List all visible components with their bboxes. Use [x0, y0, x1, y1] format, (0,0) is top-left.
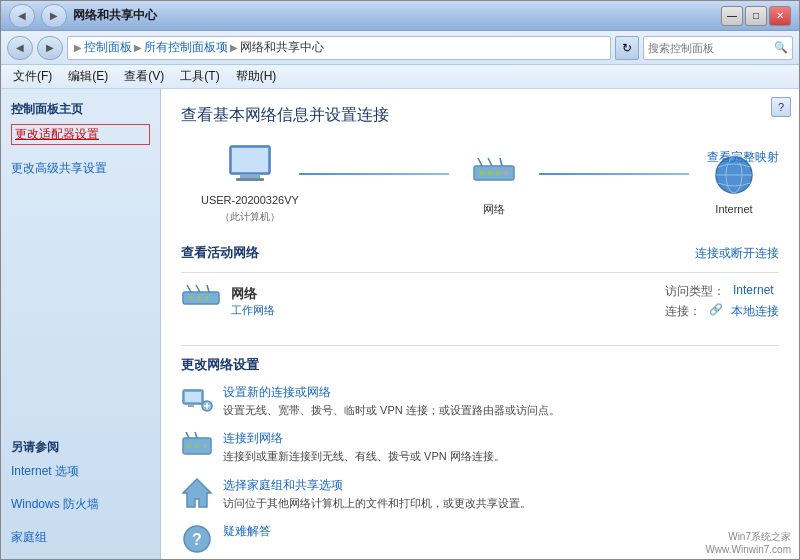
svg-point-16: [189, 296, 193, 300]
sidebar-link-homegroup[interactable]: 家庭组: [11, 528, 150, 547]
svg-rect-2: [240, 174, 260, 178]
svg-point-6: [487, 170, 492, 175]
homegroup-desc: 访问位于其他网络计算机上的文件和打印机，或更改共享设置。: [223, 496, 531, 511]
sidebar-section-main: 控制面板主页 更改适配器设置 更改高级共享设置: [11, 101, 150, 178]
breadcrumb-sep-1: ▶: [134, 42, 142, 53]
menu-help[interactable]: 帮助(H): [232, 66, 281, 87]
svg-point-5: [479, 170, 484, 175]
menu-edit[interactable]: 编辑(E): [64, 66, 112, 87]
settings-item-3: 选择家庭组和共享选项 访问位于其他网络计算机上的文件和打印机，或更改共享设置。: [181, 477, 779, 511]
maximize-button[interactable]: □: [745, 6, 767, 26]
setup-connection-desc: 设置无线、宽带、拨号、临时或 VPN 连接；或设置路由器或访问点。: [223, 403, 560, 418]
settings-item-2: 连接到网络 连接到或重新连接到无线、有线、拨号或 VPN 网络连接。: [181, 430, 779, 464]
computer-label: USER-20200326VY: [201, 194, 299, 206]
forward-button[interactable]: ▶: [41, 4, 67, 28]
nav-back-button[interactable]: ◀: [7, 36, 33, 60]
svg-rect-23: [185, 392, 201, 402]
svg-line-10: [488, 158, 492, 166]
search-input[interactable]: [648, 42, 772, 54]
main-window: ◀ ▶ 网络和共享中心 — □ ✕ ◀ ▶ ▶ 控制面板 ▶ 所有控制面板项 ▶…: [0, 0, 800, 560]
active-network-name: 网络: [231, 285, 275, 303]
sidebar-also-title: 另请参阅: [11, 439, 150, 456]
network-diagram: USER-20200326VY （此计算机）: [181, 142, 779, 224]
sidebar-link-sharing[interactable]: 更改高级共享设置: [11, 159, 150, 178]
svg-text:?: ?: [192, 531, 202, 548]
help-icon[interactable]: ?: [771, 97, 791, 117]
addressbar: ◀ ▶ ▶ 控制面板 ▶ 所有控制面板项 ▶ 网络和共享中心 ↻ 🔍: [1, 31, 799, 65]
svg-rect-3: [236, 178, 264, 181]
access-type-row: 访问类型： Internet: [665, 283, 779, 300]
setup-connection-icon: [181, 384, 213, 416]
breadcrumb-controlpanel[interactable]: 控制面板: [84, 39, 132, 56]
connection-value-link[interactable]: 本地连接: [731, 303, 779, 320]
svg-point-31: [203, 444, 207, 448]
svg-point-30: [195, 444, 199, 448]
active-network-title: 查看活动网络: [181, 244, 259, 262]
watermark-line2: Www.Winwin7.com: [705, 544, 791, 555]
svg-rect-1: [232, 148, 268, 172]
svg-point-29: [187, 444, 191, 448]
svg-line-11: [500, 158, 502, 166]
net-line-1: [299, 173, 449, 175]
connect-disconnect-link[interactable]: 连接或断开连接: [695, 245, 779, 262]
window-controls: — □ ✕: [721, 6, 791, 26]
homegroup-link[interactable]: 选择家庭组和共享选项: [223, 477, 531, 494]
connect-network-desc: 连接到或重新连接到无线、有线、拨号或 VPN 网络连接。: [223, 449, 505, 464]
homegroup-text: 选择家庭组和共享选项 访问位于其他网络计算机上的文件和打印机，或更改共享设置。: [223, 477, 531, 511]
sidebar-link-internet[interactable]: Internet 选项: [11, 462, 150, 481]
window-title: 网络和共享中心: [73, 7, 157, 24]
network-info-left: 网络 工作网络: [181, 281, 275, 321]
troubleshoot-link[interactable]: 疑难解答: [223, 523, 271, 540]
menubar: 文件(F) 编辑(E) 查看(V) 工具(T) 帮助(H): [1, 65, 799, 89]
setup-connection-text: 设置新的连接或网络 设置无线、宽带、拨号、临时或 VPN 连接；或设置路由器或访…: [223, 384, 560, 418]
breadcrumb-sep-2: ▶: [230, 42, 238, 53]
connect-network-icon: [181, 430, 213, 462]
net-node-network: 网络: [449, 150, 539, 217]
svg-line-9: [478, 158, 482, 166]
change-settings-title: 更改网络设置: [181, 345, 779, 374]
sidebar-link-firewall[interactable]: Windows 防火墙: [11, 495, 150, 514]
sidebar-main-title: 控制面板主页: [11, 101, 150, 118]
connection-label: 连接：: [665, 303, 701, 320]
titlebar: ◀ ▶ 网络和共享中心 — □ ✕: [1, 1, 799, 31]
view-full-map-link[interactable]: 查看完整映射: [707, 149, 779, 166]
network-name-block: 网络 工作网络: [231, 285, 275, 318]
breadcrumb-icon: ▶: [74, 42, 82, 53]
menu-file[interactable]: 文件(F): [9, 66, 56, 87]
settings-item-1: 设置新的连接或网络 设置无线、宽带、拨号、临时或 VPN 连接；或设置路由器或访…: [181, 384, 779, 418]
svg-line-19: [187, 285, 191, 292]
refresh-button[interactable]: ↻: [615, 36, 639, 60]
search-bar: 🔍: [643, 36, 793, 60]
nav-forward-button[interactable]: ▶: [37, 36, 63, 60]
minimize-button[interactable]: —: [721, 6, 743, 26]
svg-point-18: [205, 296, 209, 300]
access-type-label: 访问类型：: [665, 283, 725, 300]
sidebar-link-adapter[interactable]: 更改适配器设置: [11, 124, 150, 145]
troubleshoot-icon: ?: [181, 523, 213, 555]
svg-point-17: [197, 296, 201, 300]
svg-point-7: [495, 170, 500, 175]
menu-tools[interactable]: 工具(T): [176, 66, 223, 87]
homegroup-icon: [181, 477, 213, 509]
sidebar-section-also: 另请参阅 Internet 选项 Windows 防火墙 家庭组: [11, 439, 150, 547]
svg-line-21: [207, 285, 209, 292]
breadcrumb-allpanels[interactable]: 所有控制面板项: [144, 39, 228, 56]
net-line-2: [539, 173, 689, 175]
connect-network-link[interactable]: 连接到网络: [223, 430, 505, 447]
settings-item-4: ? 疑难解答: [181, 523, 779, 555]
close-button[interactable]: ✕: [769, 6, 791, 26]
search-icon[interactable]: 🔍: [774, 41, 788, 54]
computer-sublabel: （此计算机）: [220, 210, 280, 224]
back-button[interactable]: ◀: [9, 4, 35, 28]
watermark-line1: Win7系统之家: [705, 530, 791, 544]
svg-line-20: [196, 285, 200, 292]
watermark: Win7系统之家 Www.Winwin7.com: [705, 530, 791, 555]
connection-row: 连接： 🔗 本地连接: [665, 303, 779, 320]
menu-view[interactable]: 查看(V): [120, 66, 168, 87]
setup-connection-link[interactable]: 设置新的连接或网络: [223, 384, 560, 401]
network-switch-icon: [470, 150, 518, 198]
network-type-link[interactable]: 工作网络: [231, 303, 275, 318]
breadcrumb-bar: ▶ 控制面板 ▶ 所有控制面板项 ▶ 网络和共享中心: [67, 36, 611, 60]
computer-icon: [226, 142, 274, 190]
connect-network-text: 连接到网络 连接到或重新连接到无线、有线、拨号或 VPN 网络连接。: [223, 430, 505, 464]
